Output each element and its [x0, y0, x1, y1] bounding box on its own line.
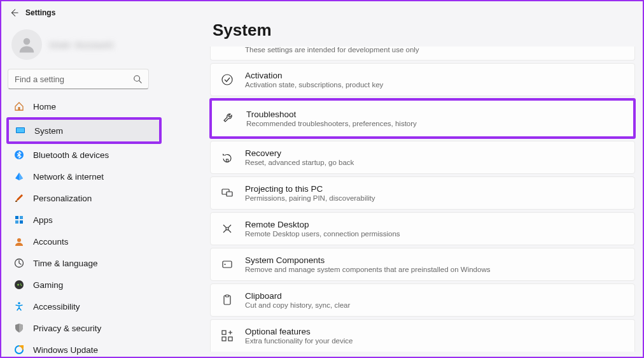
sidebar-item-accounts[interactable]: Accounts — [8, 231, 200, 252]
highlight-troubleshoot: Troubleshoot Recommended troubleshooters… — [209, 98, 636, 139]
card-sub: Reset, advanced startup, go back — [245, 159, 354, 166]
svg-point-1 — [134, 76, 140, 82]
card-title: Optional features — [245, 327, 353, 336]
sidebar-item-label: Apps — [33, 215, 53, 225]
card-troubleshoot[interactable]: Troubleshoot Recommended troubleshooters… — [212, 101, 633, 136]
svg-point-16 — [18, 302, 20, 304]
svg-point-11 — [17, 238, 21, 242]
sidebar-item-home[interactable]: Home — [8, 96, 200, 117]
card-remote[interactable]: Remote Desktop Remote Desktop users, con… — [210, 212, 635, 245]
svg-rect-8 — [20, 216, 23, 219]
card-sub: Cut and copy history, sync, clear — [245, 301, 350, 309]
sidebar-item-label: Accounts — [33, 237, 69, 247]
card-projecting[interactable]: Projecting to this PC Permissions, pairi… — [210, 176, 635, 210]
shield-icon — [14, 323, 24, 333]
card-sub: Recommended troubleshooters, preferences… — [246, 120, 417, 127]
sidebar-item-label: Privacy & security — [33, 324, 101, 333]
sidebar-item-gaming[interactable]: Gaming — [8, 274, 200, 296]
card-dev-partial[interactable]: These settings are intended for developm… — [210, 47, 635, 61]
search-input[interactable] — [15, 75, 133, 84]
svg-rect-27 — [222, 331, 226, 334]
card-sub: Permissions, pairing PIN, discoverabilit… — [245, 194, 375, 202]
sidebar-item-label: Gaming — [33, 280, 63, 290]
optional-features-icon — [221, 329, 234, 342]
home-icon — [14, 101, 24, 111]
svg-rect-29 — [228, 337, 232, 341]
check-circle-icon — [221, 73, 234, 86]
card-title: Activation — [245, 71, 383, 80]
card-sub: These settings are intended for developm… — [245, 46, 419, 54]
person-icon — [17, 35, 36, 54]
card-title: Troubleshoot — [246, 110, 417, 119]
card-title: System Components — [245, 255, 490, 265]
svg-rect-23 — [223, 261, 232, 268]
projecting-icon — [221, 187, 234, 199]
card-sub: Extra functionality for your device — [245, 337, 353, 345]
svg-point-15 — [21, 285, 22, 286]
svg-rect-26 — [226, 295, 229, 297]
card-title: Remote Desktop — [245, 220, 400, 229]
svg-rect-7 — [15, 216, 18, 219]
svg-point-14 — [20, 283, 22, 285]
settings-list: These settings are intended for developm… — [210, 47, 635, 352]
recovery-icon — [221, 151, 234, 164]
card-recovery[interactable]: Recovery Reset, advanced startup, go bac… — [210, 141, 635, 174]
sidebar-item-apps[interactable]: Apps — [8, 209, 200, 231]
sidebar-item-label: Personalization — [33, 194, 92, 203]
remote-desktop-icon — [221, 222, 234, 235]
card-title: Projecting to this PC — [245, 184, 375, 194]
update-icon — [14, 345, 24, 355]
svg-point-18 — [222, 75, 232, 85]
sidebar-item-system[interactable]: System — [9, 120, 159, 141]
sidebar-item-label: Network & internet — [33, 172, 104, 182]
bluetooth-icon — [14, 150, 24, 160]
components-icon — [221, 258, 234, 271]
sidebar-item-label: Home — [33, 102, 56, 111]
accessibility-icon — [14, 301, 24, 311]
svg-point-0 — [24, 38, 31, 45]
sidebar-item-personalization[interactable]: Personalization — [8, 187, 200, 209]
card-activation[interactable]: Activation Activation state, subscriptio… — [210, 63, 635, 96]
sidebar-nav: Home System Bluetooth & devices Network … — [5, 96, 202, 358]
sidebar-item-bluetooth[interactable]: Bluetooth & devices — [8, 144, 200, 166]
sidebar-item-privacy[interactable]: Privacy & security — [8, 317, 200, 339]
avatar — [11, 29, 42, 60]
svg-rect-6 — [15, 201, 17, 202]
gaming-icon — [14, 280, 24, 290]
wrench-icon — [222, 112, 235, 125]
profile-block[interactable]: User Account — [5, 22, 202, 69]
sidebar-item-accessibility[interactable]: Accessibility — [8, 296, 200, 317]
wifi-icon — [14, 171, 24, 182]
highlight-system: System — [6, 117, 162, 144]
card-sub: Activation state, subscriptions, product… — [245, 81, 383, 89]
system-icon — [15, 125, 25, 136]
sidebar-item-update[interactable]: Windows Update — [8, 339, 200, 358]
blank-icon — [221, 43, 234, 56]
sidebar-item-label: Time & language — [33, 259, 98, 268]
apps-icon — [14, 215, 24, 225]
app-title: Settings — [25, 8, 55, 17]
sidebar-item-label: Accessibility — [33, 302, 80, 311]
svg-rect-21 — [227, 192, 232, 196]
sidebar-item-time[interactable]: Time & language — [8, 252, 200, 274]
clipboard-icon — [221, 294, 234, 306]
paintbrush-icon — [14, 193, 24, 203]
card-title: Recovery — [245, 148, 354, 158]
card-sub: Remote Desktop users, connection permiss… — [245, 230, 400, 238]
search-box[interactable] — [8, 69, 149, 89]
back-button[interactable] — [9, 8, 19, 18]
accounts-icon — [14, 236, 24, 247]
sidebar-item-network[interactable]: Network & internet — [8, 166, 200, 187]
card-optional[interactable]: Optional features Extra functionality fo… — [210, 319, 635, 352]
clock-icon — [14, 258, 24, 268]
svg-rect-2 — [18, 107, 20, 110]
svg-rect-28 — [222, 337, 226, 341]
card-components[interactable]: System Components Remove and manage syst… — [210, 248, 635, 281]
svg-rect-4 — [17, 128, 24, 132]
sidebar-item-label: System — [34, 126, 63, 136]
svg-rect-19 — [227, 159, 228, 162]
card-clipboard[interactable]: Clipboard Cut and copy history, sync, cl… — [210, 283, 635, 317]
sidebar-item-label: Bluetooth & devices — [33, 150, 109, 160]
svg-rect-10 — [20, 220, 23, 224]
page-title: System — [213, 20, 635, 40]
